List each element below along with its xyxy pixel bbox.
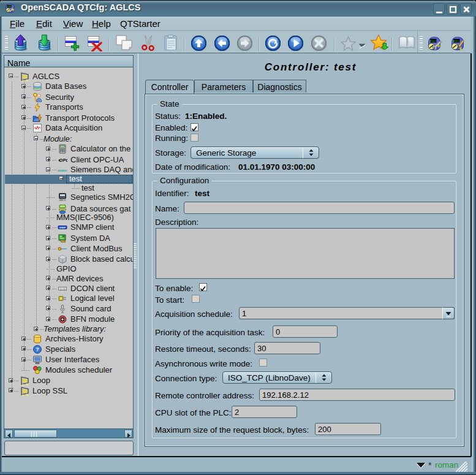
svg-text:M.S.!: M.S.!: [453, 40, 460, 42]
svg-text:SMH 2G: SMH 2G: [59, 199, 66, 202]
svg-text:DCON: DCON: [59, 288, 66, 291]
svg-text:OPC: OPC: [59, 158, 67, 163]
svg-text:M.S.!: M.S.!: [430, 40, 437, 42]
svg-text:SIEMENS: SIEMENS: [58, 169, 67, 172]
svg-text:SNMP: SNMP: [59, 227, 66, 229]
svg-text:?: ?: [36, 346, 39, 352]
